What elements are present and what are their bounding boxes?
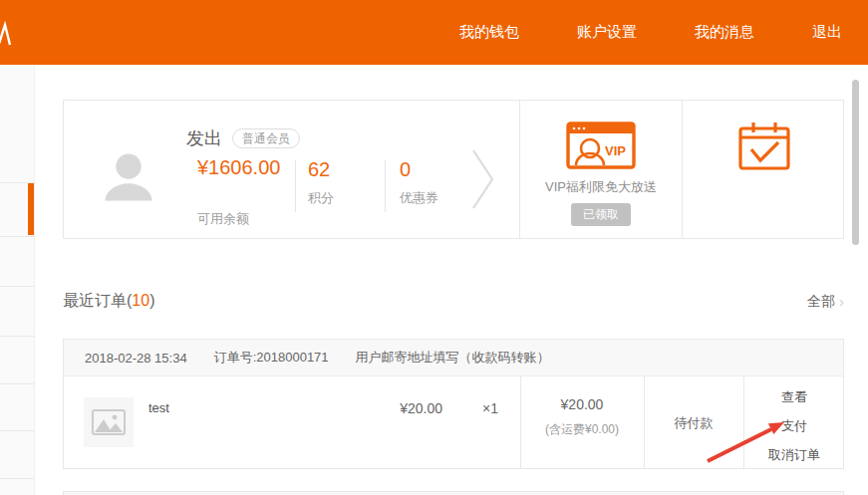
stat-divider: [385, 160, 386, 212]
profile-card: 发出 普通会员 ¥1606.00 可用余额 62 积分 0 优惠券: [63, 100, 844, 239]
scrollbar-thumb[interactable]: [852, 80, 859, 245]
nav-account-settings[interactable]: 账户设置: [577, 23, 637, 42]
view-all-orders-link[interactable]: 全部 ›: [807, 293, 844, 311]
vip-promo-title: VIP福利限免大放送: [545, 178, 657, 196]
order-datetime: 2018-02-28 15:34: [85, 351, 187, 366]
order-total-column: ¥20.00 (含运费¥0.00): [520, 396, 644, 438]
chevron-right-icon: ›: [839, 294, 844, 309]
nav-logout[interactable]: 退出: [812, 23, 842, 42]
nav-my-messages[interactable]: 我的消息: [695, 23, 754, 42]
order-address-note: 用户邮寄地址填写（收款码转账）: [356, 349, 550, 367]
coupons-label: 优惠券: [400, 189, 438, 207]
next-order-card-peek: [63, 491, 844, 495]
sign-in-calendar[interactable]: [683, 101, 845, 238]
nav-my-wallet[interactable]: 我的钱包: [459, 23, 519, 42]
user-identity: 发出 普通会员: [186, 126, 300, 150]
site-logo-icon: [0, 20, 12, 46]
member-center-page: 我的钱包 账户设置 我的消息 退出 发出 普通会员 ¥1606.00 可用余额 …: [0, 0, 868, 495]
product-quantity: ×1: [482, 400, 498, 416]
order-count: 10: [132, 292, 149, 309]
header-nav: 我的钱包 账户设置 我的消息 退出: [459, 23, 842, 42]
balance-label: 可用余额: [197, 210, 249, 228]
image-placeholder-icon: [92, 409, 126, 435]
sidebar-divider: [0, 478, 35, 479]
profile-expand-chevron-icon[interactable]: [470, 146, 496, 212]
sidebar-divider: [0, 383, 35, 384]
sidebar-divider: [0, 236, 35, 237]
shipping-note: (含运费¥0.00): [520, 421, 644, 438]
stat-divider: [295, 160, 296, 212]
calendar-check-icon: [738, 121, 790, 170]
recent-orders-title: 最近订单(10): [63, 291, 154, 312]
points-stat: 62 积分: [308, 158, 334, 207]
pay-order-link[interactable]: 支付: [781, 418, 807, 434]
vip-promo[interactable]: VIP VIP福利限免大放送 已领取: [520, 101, 682, 238]
svg-text:VIP: VIP: [605, 143, 626, 158]
view-order-link[interactable]: 查看: [781, 389, 807, 405]
top-header: 我的钱包 账户设置 我的消息 退出: [0, 0, 868, 65]
sidebar-divider: [0, 336, 35, 337]
order-number: 订单号:2018000171: [214, 349, 329, 367]
order-card: 2018-02-28 15:34 订单号:2018000171 用户邮寄地址填写…: [63, 339, 844, 469]
product-name[interactable]: test: [148, 400, 169, 415]
vip-browser-window-icon: VIP: [566, 122, 636, 169]
sidebar-active-indicator: [28, 183, 34, 235]
order-body: test ¥20.00 ×1 ¥20.00 (含运费¥0.00) 待付款 查看 …: [64, 376, 843, 468]
product-price: ¥20.00: [343, 400, 442, 416]
sidebar-divider: [0, 430, 35, 431]
order-total: ¥20.00: [520, 396, 644, 412]
cancel-order-link[interactable]: 取消订单: [768, 447, 820, 463]
username: 发出: [186, 126, 222, 150]
order-actions: 查看 支付 取消订单: [743, 389, 845, 463]
product-thumbnail[interactable]: [84, 397, 134, 447]
claimed-button[interactable]: 已领取: [571, 203, 631, 226]
coupons-stat: 0 优惠券: [400, 158, 438, 207]
avatar[interactable]: [100, 148, 157, 206]
sidebar[interactable]: [0, 65, 35, 495]
member-level-badge: 普通会员: [232, 128, 300, 148]
points-label: 积分: [308, 189, 334, 207]
coupons-value: 0: [400, 158, 438, 181]
sidebar-divider: [0, 286, 35, 287]
recent-orders-header: 最近订单(10) 全部 ›: [63, 291, 844, 312]
balance-value: ¥1606.00: [197, 156, 291, 179]
order-status: 待付款: [644, 414, 743, 432]
points-value: 62: [308, 158, 334, 181]
order-meta-bar: 2018-02-28 15:34 订单号:2018000171 用户邮寄地址填写…: [64, 340, 843, 376]
